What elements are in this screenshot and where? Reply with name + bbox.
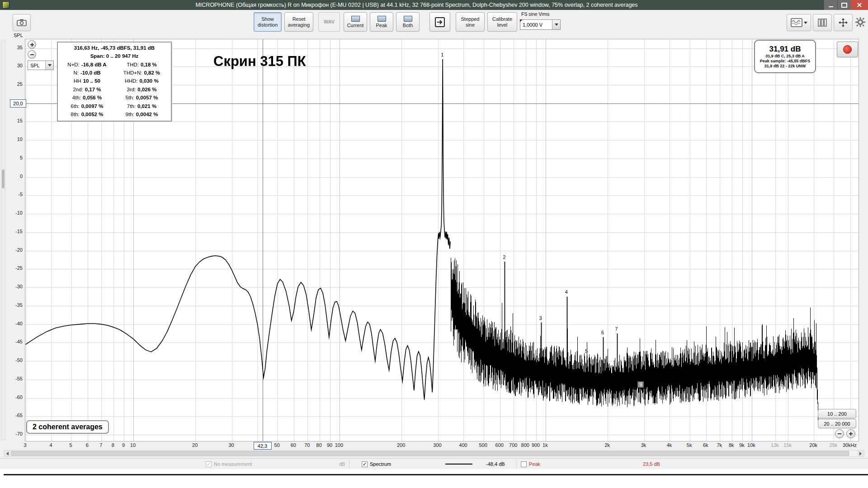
fit-view-button[interactable] xyxy=(834,14,853,31)
harmonic-label-8: 8 xyxy=(627,361,630,366)
harmonic-label-4: 4 xyxy=(565,289,568,295)
toolbar: Show distortion Reset averaging WAV Curr… xyxy=(0,10,868,33)
y-axis-tick-label: -40 xyxy=(6,321,23,326)
info-box-row: 2nd:0,17 %3rd:0,026 % xyxy=(60,85,169,94)
gear-icon xyxy=(855,17,866,28)
scope-view-button[interactable] xyxy=(787,14,811,31)
y-axis-tick-label: -65 xyxy=(6,413,23,418)
spl-mode-combo[interactable]: SPL xyxy=(28,61,54,70)
spectrum-checkbox[interactable]: ✓ xyxy=(362,461,368,467)
current-label: Current xyxy=(347,23,364,28)
camera-icon xyxy=(17,19,27,26)
plot-annotation: Скрин 315 ПК xyxy=(213,53,306,70)
harmonic-label-3: 3 xyxy=(539,315,542,321)
vertical-scrollbar[interactable] xyxy=(1,40,5,440)
screenshot-button[interactable] xyxy=(13,14,31,31)
info-box-row: HH10 .. 50HHD:0,030 % xyxy=(60,77,169,85)
window-title: MICROPHONE (Общая громкость) R on Микроф… xyxy=(9,2,824,8)
info-box-row: 4th:0,056 %5th:0,0057 % xyxy=(60,94,169,102)
columns-view-button[interactable] xyxy=(813,14,832,31)
spl-mode-value: SPL xyxy=(28,61,45,70)
peak-label: Peak xyxy=(376,23,387,28)
dropdown-arrow-icon[interactable] xyxy=(552,20,560,29)
zoom-out-x-button[interactable] xyxy=(835,429,844,438)
zoom-in-x-button[interactable] xyxy=(846,429,855,438)
peak-label: Peak xyxy=(529,461,540,467)
spectrum-level-value: -48,4 dB xyxy=(486,459,505,469)
app-icon[interactable] xyxy=(2,1,9,9)
level-main-value: 31,91 dB xyxy=(769,44,801,54)
both-button[interactable]: Both xyxy=(396,12,420,32)
spectrum-field: ✓ Spectrum xyxy=(362,459,391,469)
maximize-button[interactable] xyxy=(837,0,851,10)
scroll-left-arrow[interactable] xyxy=(4,450,11,456)
x-axis-tick-label: 10 xyxy=(118,442,147,448)
status-bar: ✓ No measurement dB ✓ Spectrum -48,4 dB … xyxy=(0,458,868,469)
display-icon xyxy=(351,16,360,22)
x-axis-tick-label: 30 xyxy=(217,442,246,448)
harmonic-label-1: 1 xyxy=(441,52,443,57)
harmonic-label-6: 6 xyxy=(601,330,604,335)
reset-averaging-button[interactable]: Reset averaging xyxy=(284,12,313,32)
fs-sine-label: FS sine Vrms xyxy=(521,11,550,17)
generator-button[interactable] xyxy=(429,12,450,32)
both-label: Both xyxy=(403,23,413,28)
scroll-right-arrow[interactable] xyxy=(857,450,864,456)
dropdown-arrow-icon[interactable] xyxy=(45,61,53,70)
level-detail-3: 31,9 dB 22 - 22k UNW xyxy=(764,64,806,69)
x-axis-tick-label: 300 xyxy=(423,442,452,448)
y-axis-tick-label: -35 xyxy=(6,302,23,308)
horizontal-scrollbar-thumb[interactable] xyxy=(11,451,849,456)
peak-checkbox[interactable] xyxy=(521,461,527,467)
settings-button[interactable] xyxy=(854,15,867,29)
range-button-20-20000[interactable]: 20 .. 20 000 xyxy=(818,419,856,428)
peak-button[interactable]: Peak xyxy=(370,12,393,32)
calibrate-level-button[interactable]: Calibrate level xyxy=(487,12,517,32)
zoom-out-button[interactable] xyxy=(28,50,36,59)
peak-field: Peak xyxy=(521,459,540,469)
y-axis-tick-label: -70 xyxy=(6,431,23,436)
spectrum-line-swatch xyxy=(445,459,472,469)
x-axis-tick-label: 100 xyxy=(325,442,354,448)
info-box-row: 8th:0,0052 %9th:0,0042 % xyxy=(60,110,169,118)
cursor-readout-line: 316,63 Hz, -45,73 dBFS, 31,91 dB xyxy=(60,44,169,52)
harmonic-label-7: 7 xyxy=(615,326,618,332)
stepped-sine-button[interactable]: Stepped sine xyxy=(456,12,485,32)
oscilloscope-icon xyxy=(791,18,802,27)
y-axis-tick-label: 25 xyxy=(6,81,23,87)
display-icon xyxy=(404,16,412,22)
y-axis-tick-label: 30 xyxy=(6,63,23,68)
info-box-row: N:-10,0 dBTHD+N:0,82 % xyxy=(60,69,169,77)
close-button[interactable] xyxy=(851,0,868,10)
window-controls xyxy=(824,0,868,10)
vertical-scrollbar-thumb[interactable] xyxy=(2,169,5,188)
record-button[interactable] xyxy=(837,42,858,57)
horizontal-scrollbar[interactable] xyxy=(4,450,864,457)
fs-sine-combo[interactable]: 1,0000 V xyxy=(520,19,561,30)
db-unit-label: dB xyxy=(339,459,345,469)
info-box-row: N+D:-16,8 dB ATHD:0,18 % xyxy=(60,61,169,69)
x-cursor-readout[interactable]: 42,3 xyxy=(254,442,272,450)
no-measurement-checkbox[interactable]: ✓ xyxy=(206,461,212,467)
distortion-info-box: 316,63 Hz, -45,73 dBFS, 31,91 dB Span: 0… xyxy=(57,42,172,122)
title-bar: MICROPHONE (Общая громкость) R on Микроф… xyxy=(0,0,868,10)
range-button-10-200[interactable]: 10 .. 200 xyxy=(818,409,856,418)
y-cursor-readout[interactable]: 20,0 xyxy=(10,99,26,108)
desktop-area xyxy=(0,469,868,488)
horizontal-scrollbar-track[interactable] xyxy=(11,450,857,456)
current-button[interactable]: Current xyxy=(344,12,367,32)
columns-icon xyxy=(818,18,827,27)
x-axis-tick-label: 20 xyxy=(180,442,209,448)
show-distortion-button[interactable]: Show distortion xyxy=(254,12,282,32)
y-axis-tick-label: 35 xyxy=(6,45,23,50)
y-axis-tick-label: 5 xyxy=(6,155,23,160)
y-axis-tick-label: -10 xyxy=(6,210,23,216)
peak-level-value: 23,5 dB xyxy=(643,459,660,469)
y-axis-tick-label: 0 xyxy=(6,174,23,179)
x-axis-tick-label: 1k xyxy=(531,442,560,448)
minimize-button[interactable] xyxy=(824,0,837,10)
zoom-in-button[interactable] xyxy=(28,40,36,49)
harmonic-label-5: 5 xyxy=(585,348,588,354)
y-axis-tick-label: -20 xyxy=(6,247,23,253)
level-detail-2: Peak sample: -45,55 dBFS xyxy=(760,59,811,64)
